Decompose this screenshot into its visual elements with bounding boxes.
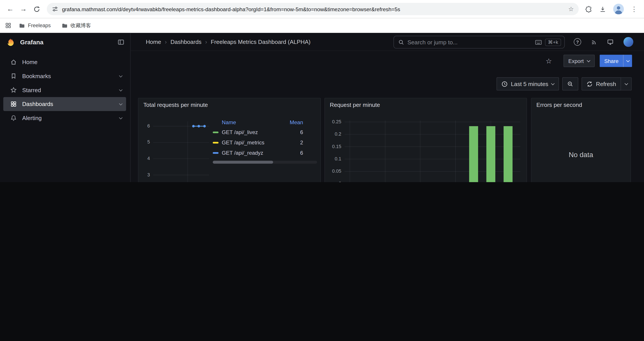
export-button[interactable]: Export (563, 55, 595, 67)
url-text: grafana.mathmast.com/d/deytv4rwavabkb/fr… (62, 6, 565, 12)
grafana-sidebar: Grafana Home Bookmarks Starred (0, 33, 131, 182)
series-color-swatch (213, 142, 218, 143)
search-icon (398, 39, 404, 45)
dashboard-actions: ☆ Export Share (546, 55, 632, 67)
clock-icon (502, 81, 508, 87)
dashboard-header: Home › Dashboards › Freeleaps Metrics Da… (131, 33, 644, 51)
favorite-star-icon[interactable]: ☆ (546, 57, 552, 65)
dock-sidebar-icon[interactable] (118, 38, 124, 46)
bar-chart[interactable]: 0.250.20.150.10.05017:37:0017:38:0017:39… (328, 116, 524, 182)
forward-button[interactable]: → (17, 3, 30, 15)
refresh-interval-dropdown[interactable] (621, 77, 632, 90)
y-axis-tick-label: 0 (339, 181, 341, 182)
sidebar-item-home[interactable]: Home (3, 55, 126, 69)
header-icons: ? (574, 33, 634, 51)
bookmark-label: 收藏博客 (70, 22, 91, 29)
y-axis-tick-label: 0.15 (332, 144, 341, 149)
chevron-down-icon[interactable] (119, 88, 122, 91)
site-info-icon[interactable] (52, 6, 58, 12)
y-axis-tick-label: 0.05 (332, 169, 341, 173)
refresh-button-group: Refresh (582, 77, 632, 90)
sidebar-item-label: Bookmarks (22, 73, 51, 80)
breadcrumb-dashboards[interactable]: Dashboards (170, 39, 202, 45)
y-axis-tick-label: 0.1 (335, 156, 341, 161)
y-axis-tick-label: 3 (147, 172, 150, 177)
zoom-out-button[interactable] (562, 77, 578, 90)
legend-col-name[interactable]: Name (222, 119, 281, 125)
breadcrumb-current: Freeleaps Metrics Dashboard (ALPHA) (211, 39, 310, 45)
y-axis-tick-label: 5 (147, 140, 150, 144)
browser-profile-avatar[interactable] (613, 4, 624, 15)
home-icon (10, 59, 17, 65)
bell-icon (10, 115, 17, 121)
forward-icon: → (20, 5, 27, 13)
bookmark-folder-freeleaps[interactable]: Freeleaps (16, 21, 54, 30)
sidebar-item-bookmarks[interactable]: Bookmarks (3, 69, 126, 83)
bookmark-label: Freeleaps (28, 23, 51, 28)
share-dropdown-button[interactable] (623, 55, 632, 67)
breadcrumb-home[interactable]: Home (146, 39, 161, 45)
time-range-label: Last 5 minutes (511, 81, 548, 87)
downloads-icon[interactable] (599, 6, 606, 13)
time-range-picker[interactable]: Last 5 minutes (496, 77, 559, 90)
y-axis-tick-label: 4 (147, 156, 150, 161)
legend-row: GET /api/_readyz 6 (213, 148, 303, 158)
legend-scrollbar[interactable] (213, 161, 317, 164)
panel-title[interactable]: Request per minute (330, 102, 380, 108)
chevron-down-icon[interactable] (119, 116, 122, 119)
reload-icon (33, 6, 40, 13)
refresh-button[interactable]: Refresh (582, 77, 621, 90)
bookmarks-bar: Freeleaps 收藏博客 (0, 18, 644, 33)
extensions-icon[interactable] (585, 6, 592, 13)
reload-button[interactable] (30, 3, 43, 15)
url-bar[interactable]: grafana.mathmast.com/d/deytv4rwavabkb/fr… (47, 3, 579, 15)
legend-series-name[interactable]: GET /api/_metrics (222, 139, 281, 146)
sidebar-item-label: Home (22, 59, 38, 65)
bookmark-star-icon[interactable]: ☆ (568, 5, 574, 13)
scrollbar-thumb[interactable] (213, 161, 273, 164)
sidebar-item-starred[interactable]: Starred (3, 83, 126, 97)
chevron-down-icon[interactable] (119, 102, 122, 105)
search-bar[interactable]: ⌘+k (394, 36, 565, 49)
sidebar-item-label: Alerting (22, 115, 42, 121)
chart-canvas (328, 116, 524, 182)
display-icon[interactable] (607, 39, 614, 45)
folder-icon (19, 22, 25, 29)
breadcrumb-separator: › (205, 39, 207, 45)
y-axis-tick-label: 0.25 (332, 119, 341, 124)
time-toolbar: Last 5 minutes Refresh (496, 77, 632, 90)
dashboards-grid-icon (10, 101, 17, 107)
legend-series-mean: 2 (281, 139, 303, 146)
user-avatar[interactable] (624, 37, 633, 47)
bookmark-folder-blogs[interactable]: 收藏博客 (58, 21, 94, 31)
search-input[interactable] (408, 39, 532, 46)
chevron-down-icon (624, 81, 628, 85)
back-button[interactable]: ← (4, 3, 16, 15)
help-icon[interactable]: ? (574, 38, 581, 46)
browser-menu-icon[interactable]: ⋮ (631, 5, 638, 13)
legend-series-name[interactable]: GET /api/_readyz (222, 150, 281, 156)
panel-title[interactable]: Total requests per minute (143, 102, 208, 108)
star-icon (10, 87, 17, 93)
panel-title[interactable]: Errors per second (536, 102, 582, 108)
refresh-icon (586, 81, 593, 87)
legend-series-name[interactable]: GET /api/_livez (222, 129, 281, 135)
share-button-group: Share (600, 55, 632, 67)
panel-request-per-minute: Request per minute 0.250.20.150.10.05017… (324, 98, 527, 182)
legend-row: GET /api/_metrics 2 (213, 137, 303, 148)
sidebar-item-alerting[interactable]: Alerting (3, 111, 126, 125)
legend-col-mean[interactable]: Mean (281, 119, 303, 125)
sidebar-item-label: Dashboards (22, 101, 53, 107)
screen: ← → grafana.mathmast.com/d/deytv4rwavabk… (0, 0, 644, 182)
y-axis-tick-label: 6 (147, 123, 150, 128)
shortcut-badge: ⌘+k (545, 38, 561, 46)
browser-toolbar: ← → grafana.mathmast.com/d/deytv4rwavabk… (0, 0, 644, 18)
grafana-logo[interactable] (6, 38, 15, 47)
share-button[interactable]: Share (600, 55, 623, 67)
news-rss-icon[interactable] (591, 39, 597, 45)
chevron-down-icon[interactable] (119, 74, 122, 77)
apps-grid-icon[interactable] (5, 22, 12, 29)
sidebar-item-dashboards[interactable]: Dashboards (3, 97, 126, 111)
timeseries-chart[interactable]: 6543217:40 (142, 116, 212, 182)
folder-icon (62, 22, 68, 29)
